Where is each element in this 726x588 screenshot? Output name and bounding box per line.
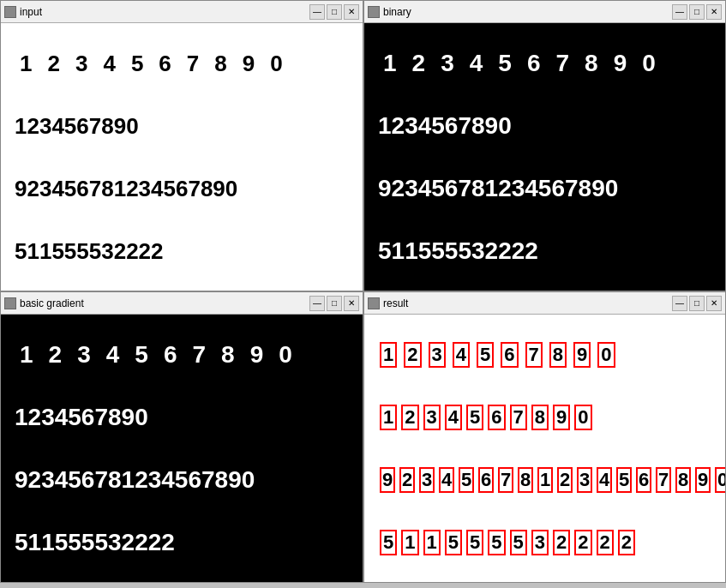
list-item: 4 [103,52,115,75]
input-maximize-btn[interactable]: □ [327,4,342,20]
list-item: 511555532222 [15,531,175,555]
input-minimize-btn[interactable]: — [309,4,325,20]
list-item: 3 [423,405,441,430]
list-item: 8 [585,51,598,75]
list-item: 5 [459,467,474,493]
result-title-controls: — □ ✕ [672,296,722,311]
list-item: 5 [466,530,483,555]
input-content: 1 2 3 4 5 6 7 8 9 0 1234567890 923456781… [1,23,363,291]
result-title-text: result [383,297,408,309]
list-item: 8 [221,343,235,367]
list-item: 2 [597,530,614,555]
gradient-row-3: 923456781234567890 [15,468,349,492]
list-item: 1 [383,51,397,75]
list-item: 8 [518,467,533,493]
input-close-btn[interactable]: ✕ [344,4,359,20]
list-item: 8 [549,342,567,368]
binary-window: binary — □ ✕ 1 2 3 4 5 6 7 8 9 0 123 [363,0,726,291]
list-item: 8 [675,467,691,493]
list-item: 2 [401,405,418,430]
result-content: 1 2 3 4 5 6 7 8 9 0 1 2 3 4 5 6 7 8 [364,315,725,582]
list-item: 3 [419,467,435,493]
input-row-3: 923456781234567890 [15,177,349,200]
binary-row-3: 923456781234567890 [378,177,711,201]
binary-title-text: binary [383,6,411,18]
list-item: 1234567890 [378,114,512,138]
list-item: 9 [250,343,264,367]
list-item: 511555532222 [378,239,538,263]
list-item: 4 [470,51,483,75]
list-item: 7 [498,467,513,493]
list-item: 1 [423,530,441,555]
list-item: 1 [20,343,33,367]
input-window-icon [4,6,16,18]
result-maximize-btn[interactable]: □ [689,296,705,311]
gradient-row-2: 1234567890 [15,405,349,429]
list-item: 6 [159,52,171,75]
gradient-title-text: basic gradient [20,297,84,309]
list-item: 9 [243,52,255,75]
list-item: 5 [616,467,632,493]
result-close-btn[interactable]: ✕ [706,296,722,311]
gradient-row-4: 511555532222 [15,531,349,555]
gradient-content: 1 2 3 4 5 6 7 8 9 0 1234567890 923456781… [1,315,363,582]
gradient-title-left: basic gradient [4,297,84,309]
binary-minimize-btn[interactable]: — [672,4,687,20]
list-item: 7 [510,405,527,430]
list-item: 5 [466,405,483,430]
result-minimize-btn[interactable]: — [672,296,687,311]
list-item: 5 [488,530,505,555]
app-layout: input — □ ✕ 1 2 3 4 5 6 7 8 9 0 [0,0,726,588]
gradient-row-1: 1 2 3 4 5 6 7 8 9 0 [15,343,349,367]
result-row-4: 5 1 1 5 5 5 5 3 2 2 2 2 [378,529,711,556]
binary-content: 1 2 3 4 5 6 7 8 9 0 1234567890 923456781… [364,23,725,291]
list-item: 4 [453,342,470,368]
list-item: 9 [614,51,627,75]
list-item: 9 [380,467,395,493]
gradient-close-btn[interactable]: ✕ [344,296,359,311]
binary-row-4: 511555532222 [378,239,711,263]
list-item: 0 [642,51,656,75]
list-item: 923456781234567890 [378,177,618,201]
list-item: 9 [573,342,591,368]
list-item: 923456781234567890 [15,177,237,200]
gradient-minimize-btn[interactable]: — [309,296,325,311]
input-row-4: 511555532222 [15,240,349,262]
list-item: 9 [695,467,711,493]
list-item: 1 [537,467,553,493]
list-item: 5 [445,530,462,555]
binary-close-btn[interactable]: ✕ [706,4,722,20]
list-item: 0 [270,52,282,75]
list-item: 2 [399,467,415,493]
input-row-1: 1 2 3 4 5 6 7 8 9 0 [15,52,349,75]
list-item: 6 [501,342,518,368]
gradient-maximize-btn[interactable]: □ [327,296,342,311]
result-row-3: 9 2 3 4 5 6 7 8 1 2 3 4 5 6 7 8 9 0 [378,466,711,494]
binary-maximize-btn[interactable]: □ [689,4,705,20]
list-item: 3 [441,51,454,75]
gradient-window-icon [4,297,16,309]
binary-row-1: 1 2 3 4 5 6 7 8 9 0 [378,51,711,75]
list-item: 3 [77,343,91,367]
list-item: 5 [131,52,143,75]
list-item: 4 [439,467,454,493]
list-item: 2 [49,343,63,367]
gradient-window: basic gradient — □ ✕ 1 2 3 4 5 6 7 8 9 0 [0,291,363,583]
list-item: 8 [214,52,226,75]
list-item: 1 [401,530,418,555]
list-item: 7 [555,51,569,75]
list-item: 0 [279,343,292,367]
result-row-2: 1 2 3 4 5 6 7 8 9 0 [378,404,711,431]
result-row-1: 1 2 3 4 5 6 7 8 9 0 [378,341,711,369]
result-title-bar: result — □ ✕ [364,292,725,315]
result-window: result — □ ✕ 1 2 3 4 5 6 7 8 9 0 [363,291,726,583]
result-title-left: result [368,297,408,309]
input-title-text: input [20,6,42,18]
list-item: 6 [636,467,651,493]
list-item: 2 [618,530,635,555]
binary-title-bar: binary — □ ✕ [364,1,725,23]
list-item: 2 [412,51,426,75]
list-item: 1 [20,52,32,75]
list-item: 6 [527,51,541,75]
result-window-icon [368,297,380,309]
